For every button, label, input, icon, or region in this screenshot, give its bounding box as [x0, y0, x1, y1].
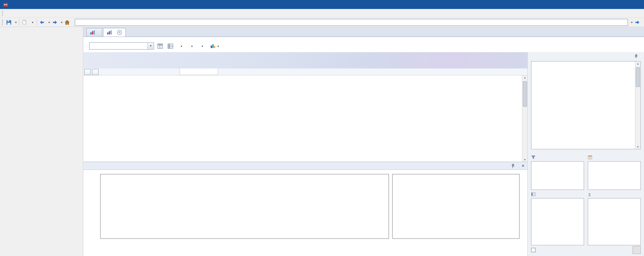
zeilenbereich-label [531, 191, 584, 197]
viewport: ▾ ▾ ▾ ▾ ▾ [0, 0, 644, 256]
menubar [0, 9, 644, 18]
back-history-caret[interactable]: ▾ [48, 21, 51, 24]
field-chooser-footer [528, 245, 644, 256]
menu-item-ansicht[interactable] [12, 9, 20, 17]
field-chooser: ▲ ▼ [528, 52, 644, 256]
field-ag-ebene-1[interactable] [84, 69, 91, 75]
page-icon [22, 20, 27, 25]
back-arrow-icon [39, 20, 45, 25]
maximize-button[interactable] [620, 0, 632, 9]
sigma-icon: Σ [588, 191, 593, 196]
scroll-thumb[interactable] [523, 81, 527, 107]
header-filler [218, 68, 527, 75]
data-column-header[interactable] [179, 68, 218, 75]
tab-bemessung-der-sales-teams[interactable]: × [103, 28, 126, 36]
pivot-header-row [83, 68, 527, 76]
layout-checkbox[interactable] [531, 248, 536, 252]
scroll-down-icon[interactable]: ▼ [635, 146, 640, 148]
scroll-down-icon[interactable]: ▼ [522, 158, 527, 161]
pivot-swap-button[interactable] [166, 42, 174, 50]
scroll-up-icon[interactable]: ▲ [635, 62, 640, 65]
tab-personalbemessung[interactable] [86, 28, 102, 36]
pivot-toolbar: ▾ ▾ ▾ ▾ ▾ [83, 42, 644, 52]
back-button[interactable] [39, 18, 47, 26]
address-bar[interactable] [75, 19, 628, 26]
toolbar-grip-icon [2, 19, 3, 25]
sidebar-header [0, 27, 83, 36]
pin-icon[interactable] [634, 54, 639, 59]
svg-text:Σ: Σ [588, 192, 591, 196]
spaltenbereich-label [588, 154, 641, 160]
go-button[interactable] [634, 18, 642, 26]
forward-button[interactable] [51, 18, 60, 26]
field-list: ▲ ▼ [531, 61, 641, 149]
darstellung-combobox[interactable]: ▾ [89, 42, 154, 50]
page-title [83, 37, 644, 42]
toolbar-separator [37, 19, 37, 25]
address-dropdown-caret[interactable]: ▾ [630, 21, 633, 24]
pivot-grid: ▲ ▼ [83, 52, 527, 162]
daten-area-box[interactable] [588, 198, 641, 245]
window-controls [608, 0, 644, 9]
chart-plot [100, 174, 389, 239]
field-chooser-header [528, 52, 644, 60]
rows-icon [531, 191, 536, 196]
pivot-layout-button[interactable] [156, 42, 164, 50]
tab-close-icon[interactable]: × [117, 30, 122, 35]
chart-y-axis [83, 174, 100, 239]
diagram-panel-header: × [83, 162, 527, 170]
seite-button[interactable]: ▾ [21, 18, 35, 26]
chevron-down-icon: ▾ [180, 45, 183, 47]
minimize-button[interactable] [608, 0, 620, 9]
ansicht-dropdown-button[interactable]: ▾ [187, 44, 195, 48]
chart-legend [392, 174, 520, 239]
main-area: × ▾ ▾ ▾ ▾ ▾ [0, 27, 644, 256]
toolbar: ▾ ▾ ▾ ▾ ▾ [0, 18, 644, 27]
menu-item-hilfe[interactable] [20, 9, 27, 17]
close-icon[interactable]: × [522, 163, 524, 168]
chevron-down-icon: ▾ [217, 45, 220, 47]
diagramm-dropdown-button[interactable]: ▾ [176, 44, 185, 48]
save-button[interactable] [5, 18, 14, 26]
aktualisieren-button[interactable] [632, 246, 641, 254]
filter-drop-zone[interactable] [83, 52, 527, 60]
filter-icon [531, 155, 536, 160]
column-drop-zone[interactable] [83, 60, 527, 68]
datenbereich-label: Σ [588, 191, 641, 197]
chevron-down-icon: ▾ [201, 45, 204, 47]
field-areas: Σ [531, 154, 641, 245]
save-dropdown-caret[interactable]: ▾ [14, 21, 18, 24]
chevron-down-icon[interactable]: ▾ [147, 43, 153, 49]
titlebar [0, 0, 644, 9]
pivot-vertical-scrollbar[interactable]: ▲ ▼ [522, 76, 527, 162]
layout-checkbox-row [531, 248, 537, 252]
row-field-area [83, 68, 179, 75]
pin-icon[interactable] [511, 163, 516, 168]
close-button[interactable] [632, 0, 644, 9]
spalten-area-box[interactable] [588, 161, 641, 190]
diagram-panel: × [83, 162, 527, 256]
chart-type-dropdown-button[interactable]: ▾ [208, 43, 222, 49]
chart-bars [101, 174, 388, 238]
sidebar [0, 27, 83, 256]
scroll-up-icon[interactable]: ▲ [522, 76, 527, 79]
chart-icon [107, 30, 112, 35]
aktion-dropdown-button[interactable]: ▾ [198, 44, 206, 48]
scroll-thumb[interactable] [636, 67, 640, 87]
zeilen-area-box[interactable] [531, 198, 584, 245]
app-logo-icon [3, 2, 8, 7]
pivot-stack: ▲ ▼ × [83, 52, 528, 256]
field-list-scrollbar[interactable]: ▲ ▼ [635, 62, 640, 149]
menu-item-datei[interactable] [5, 9, 12, 17]
columns-icon [588, 155, 593, 160]
forward-history-caret[interactable]: ▾ [60, 21, 63, 24]
seite-dropdown-caret: ▾ [31, 21, 34, 24]
field-ag-ebene-2[interactable] [92, 69, 98, 75]
filter-area-box[interactable] [531, 161, 584, 190]
home-button[interactable] [64, 18, 72, 26]
save-icon [6, 20, 11, 25]
toolbar-separator [19, 19, 19, 25]
chevron-down-icon: ▾ [190, 45, 194, 47]
filterbereich-label [531, 154, 584, 160]
tab-bar: × [83, 27, 644, 37]
